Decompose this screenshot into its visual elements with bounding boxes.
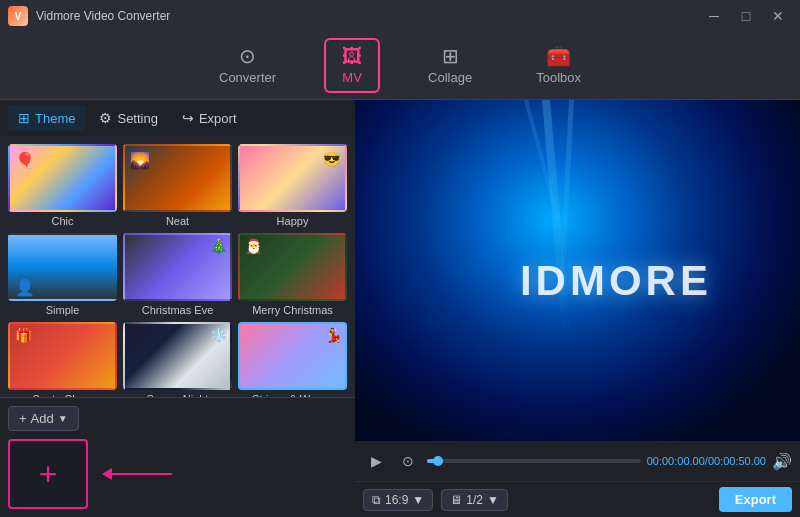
play-button[interactable]: ▶ [363,448,389,474]
plus-icon: + [19,411,27,426]
theme-grid-icon: ⊞ [18,110,30,126]
nav-item-mv[interactable]: 🖼 MV [324,38,380,93]
arrow-indicator [103,468,172,480]
time-total: 00:00:50.00 [708,455,766,467]
theme-item-stripes-waves[interactable]: Stripes & Waves [238,322,347,397]
app-title: Vidmore Video Converter [36,9,170,23]
time-current: 00:00:00.00 [647,455,705,467]
sub-nav-export-label: Export [199,111,237,126]
left-panel: ⊞ Theme ⚙ Setting ↪ Export Chic Neat [0,100,355,517]
theme-label-simple: Simple [46,304,80,316]
preview-area: IDMORE [355,100,800,441]
stop-button[interactable]: ⊙ [395,448,421,474]
nav-label-mv: MV [342,70,362,85]
monitor-icon: 🖥 [450,493,462,507]
converter-icon: ⊙ [239,46,256,66]
theme-label-chic: Chic [51,215,73,227]
theme-thumb-stripes [238,322,347,390]
app-logo: V [8,6,28,26]
export-icon: ↪ [182,110,194,126]
theme-item-simple[interactable]: Simple [8,233,117,316]
theme-item-merry-christmas[interactable]: Merry Christmas [238,233,347,316]
page-dropdown-icon: ▼ [487,493,499,507]
left-bottom: + Add ▼ + [0,397,355,517]
theme-item-chic[interactable]: Chic [8,144,117,227]
nav-item-converter[interactable]: ⊙ Converter [203,40,292,91]
sub-nav-export[interactable]: ↪ Export [172,105,247,131]
arrow-line [112,473,172,475]
theme-item-neat[interactable]: Neat [123,144,232,227]
theme-item-happy[interactable]: Happy [238,144,347,227]
theme-label-happy: Happy [277,215,309,227]
collage-icon: ⊞ [442,46,459,66]
theme-thumb-simple [8,233,117,301]
aspect-ratio-button[interactable]: ⧉ 16:9 ▼ [363,489,433,511]
theme-label-christmas-eve: Christmas Eve [142,304,214,316]
nav-label-toolbox: Toolbox [536,70,581,85]
bottom-left-controls: ⧉ 16:9 ▼ 🖥 1/2 ▼ [363,489,508,511]
add-media-box[interactable]: + [8,439,88,509]
theme-thumb-chic [8,144,117,212]
sub-nav-theme-label: Theme [35,111,75,126]
add-btn-row: + Add ▼ [8,406,347,431]
maximize-button[interactable]: □ [732,6,760,26]
page-label: 1/2 [466,493,483,507]
progress-bar[interactable] [427,459,641,463]
nav-item-collage[interactable]: ⊞ Collage [412,40,488,91]
theme-grid: Chic Neat Happy Simple Christmas Eve Mer… [0,136,355,397]
nav-label-collage: Collage [428,70,472,85]
minimize-button[interactable]: ─ [700,6,728,26]
time-display: 00:00:00.00/00:00:50.00 [647,455,766,467]
sub-nav-theme[interactable]: ⊞ Theme [8,105,85,131]
add-dropdown-icon: ▼ [58,413,68,424]
close-button[interactable]: ✕ [764,6,792,26]
export-button[interactable]: Export [719,487,792,512]
add-plus-icon: + [39,458,58,490]
title-bar-left: V Vidmore Video Converter [8,6,170,26]
theme-item-snowy-night[interactable]: Snowy Night [123,322,232,397]
content: ⊞ Theme ⚙ Setting ↪ Export Chic Neat [0,100,800,517]
right-panel: IDMORE ▶ ⊙ 00:00:00.00/00:00:50.00 🔊 ⧉ 1… [355,100,800,517]
sub-nav: ⊞ Theme ⚙ Setting ↪ Export [0,100,355,136]
toolbox-icon: 🧰 [546,46,571,66]
theme-thumb-santa [8,322,117,390]
ratio-label: 16:9 [385,493,408,507]
nav-label-converter: Converter [219,70,276,85]
bottom-controls: ⧉ 16:9 ▼ 🖥 1/2 ▼ Export [355,481,800,517]
add-label: Add [31,411,54,426]
theme-thumb-snowy [123,322,232,390]
theme-label-merry-christmas: Merry Christmas [252,304,333,316]
setting-icon: ⚙ [99,110,112,126]
sub-nav-setting[interactable]: ⚙ Setting [89,105,167,131]
title-bar: V Vidmore Video Converter ─ □ ✕ [0,0,800,32]
theme-item-santa-claus[interactable]: Santa Claus [8,322,117,397]
title-bar-controls: ─ □ ✕ [700,6,792,26]
ratio-dropdown-icon: ▼ [412,493,424,507]
export-label: Export [735,492,776,507]
theme-thumb-neat [123,144,232,212]
theme-thumb-christmas-eve [123,233,232,301]
mv-icon: 🖼 [342,46,362,66]
progress-dot [433,456,443,466]
preview-background: IDMORE [355,100,800,441]
page-button[interactable]: 🖥 1/2 ▼ [441,489,508,511]
nav-bar: ⊙ Converter 🖼 MV ⊞ Collage 🧰 Toolbox [0,32,800,100]
theme-label-neat: Neat [166,215,189,227]
controls-bar: ▶ ⊙ 00:00:00.00/00:00:50.00 🔊 [355,441,800,481]
arrow-head [102,468,112,480]
theme-thumb-merry-christmas [238,233,347,301]
ratio-icon: ⧉ [372,493,381,507]
theme-item-christmas-eve[interactable]: Christmas Eve [123,233,232,316]
preview-watermark: IDMORE [520,257,712,305]
add-button[interactable]: + Add ▼ [8,406,79,431]
nav-item-toolbox[interactable]: 🧰 Toolbox [520,40,597,91]
volume-icon[interactable]: 🔊 [772,452,792,471]
sub-nav-setting-label: Setting [117,111,157,126]
theme-thumb-happy [238,144,347,212]
